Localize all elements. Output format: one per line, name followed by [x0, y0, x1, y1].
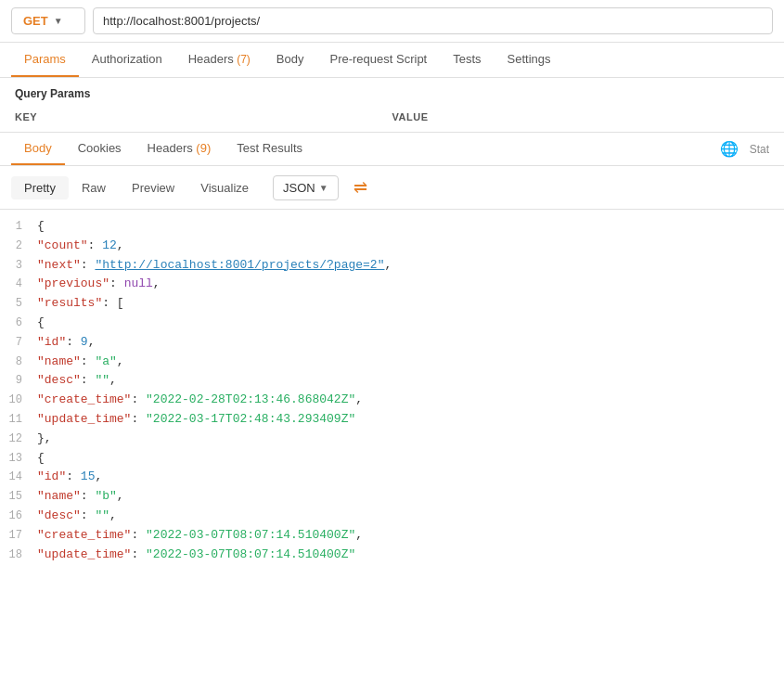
line-number: 4: [4, 275, 37, 293]
json-line: 11 "update_time": "2022-03-17T02:48:43.2…: [0, 410, 784, 430]
line-content: },: [37, 430, 780, 449]
json-line: 18 "update_time": "2022-03-07T08:07:14.5…: [0, 546, 784, 565]
tab-headers[interactable]: Headers (7): [175, 43, 263, 77]
format-toolbar: Pretty Raw Preview Visualize JSON ▼ ⇌: [0, 166, 784, 210]
line-number: 11: [4, 410, 37, 429]
format-type-select[interactable]: JSON ▼: [273, 175, 339, 200]
response-tabs-bar: Body Cookies Headers (9) Test Results 🌐 …: [0, 133, 784, 166]
response-tab-body[interactable]: Body: [11, 133, 65, 165]
preview-button[interactable]: Preview: [119, 176, 187, 199]
json-body: 1{2 "count": 12,3 "next": "http://localh…: [0, 210, 784, 572]
line-content: "name": "a",: [37, 353, 780, 372]
method-chevron-icon: ▼: [54, 16, 63, 26]
json-line: 13 {: [0, 449, 784, 469]
line-number: 2: [4, 237, 37, 255]
line-number: 6: [4, 314, 37, 332]
line-content: "id": 9,: [37, 333, 780, 353]
format-type-label: JSON: [283, 181, 315, 195]
line-content: {: [37, 217, 780, 237]
pretty-button[interactable]: Pretty: [11, 176, 69, 199]
line-number: 9: [4, 371, 37, 390]
json-line: 17 "create_time": "2022-03-07T08:07:14.5…: [0, 526, 784, 546]
line-number: 18: [4, 546, 37, 564]
json-line: 16 "desc": "",: [0, 507, 784, 526]
line-content: "create_time": "2022-03-07T08:07:14.5104…: [37, 526, 780, 546]
query-params-section: Query Params KEY VALUE: [0, 78, 784, 133]
value-column-header: VALUE: [392, 111, 770, 122]
line-content: "results": [: [37, 294, 780, 314]
tab-prerequest[interactable]: Pre-request Script: [316, 43, 440, 77]
json-line: 1{: [0, 217, 784, 237]
line-number: 16: [4, 507, 37, 525]
visualize-button[interactable]: Visualize: [187, 176, 262, 199]
method-dropdown[interactable]: GET ▼: [11, 7, 85, 34]
stat-text: Stat: [746, 137, 773, 161]
globe-icon[interactable]: 🌐: [713, 135, 746, 163]
line-number: 17: [4, 526, 37, 545]
json-line: 7 "id": 9,: [0, 333, 784, 353]
tab-params[interactable]: Params: [11, 43, 79, 77]
response-tab-test-results[interactable]: Test Results: [224, 133, 315, 165]
json-line: 14 "id": 15,: [0, 468, 784, 487]
json-line: 9 "desc": "",: [0, 371, 784, 391]
line-content: "desc": "",: [37, 371, 780, 391]
line-content: "update_time": "2022-03-17T02:48:43.2934…: [37, 410, 780, 430]
format-type-chevron-icon: ▼: [319, 183, 328, 193]
line-number: 14: [4, 468, 37, 486]
line-number: 15: [4, 487, 37, 506]
query-params-label: Query Params: [15, 87, 769, 100]
line-content: "next": "http://localhost:8001/projects/…: [37, 256, 780, 276]
line-number: 3: [4, 256, 37, 275]
json-line: 10 "create_time": "2022-02-28T02:13:46.8…: [0, 391, 784, 410]
line-content: "name": "b",: [37, 487, 780, 507]
wrap-button[interactable]: ⇌: [346, 174, 375, 201]
line-content: "previous": null,: [37, 275, 780, 294]
response-tab-headers[interactable]: Headers (9): [135, 133, 225, 165]
key-column-header: KEY: [15, 111, 392, 122]
line-number: 5: [4, 294, 37, 313]
method-label: GET: [23, 14, 48, 28]
request-tabs: Params Authorization Headers (7) Body Pr…: [0, 43, 784, 78]
line-number: 12: [4, 430, 37, 448]
json-line: 3 "next": "http://localhost:8001/project…: [0, 256, 784, 276]
params-table-header: KEY VALUE: [15, 108, 769, 126]
line-content: "create_time": "2022-02-28T02:13:46.8680…: [37, 391, 780, 410]
line-content: "desc": "",: [37, 507, 780, 526]
line-number: 8: [4, 353, 37, 371]
response-tab-cookies[interactable]: Cookies: [65, 133, 135, 165]
url-bar: GET ▼: [0, 0, 784, 43]
json-line: 5 "results": [: [0, 294, 784, 314]
tab-body[interactable]: Body: [263, 43, 317, 77]
line-number: 1: [4, 217, 37, 236]
line-content: {: [37, 449, 780, 469]
line-number: 13: [4, 449, 37, 468]
line-number: 10: [4, 391, 37, 409]
line-content: {: [37, 314, 780, 333]
line-content: "update_time": "2022-03-07T08:07:14.5104…: [37, 546, 780, 565]
json-line: 12 },: [0, 430, 784, 449]
json-line: 15 "name": "b",: [0, 487, 784, 507]
line-number: 7: [4, 333, 37, 352]
json-line: 8 "name": "a",: [0, 353, 784, 372]
line-content: "id": 15,: [37, 468, 780, 487]
tab-tests[interactable]: Tests: [440, 43, 494, 77]
json-line: 2 "count": 12,: [0, 237, 784, 256]
tab-settings[interactable]: Settings: [495, 43, 564, 77]
url-input[interactable]: [93, 7, 773, 34]
json-line: 6 {: [0, 314, 784, 333]
json-line: 4 "previous": null,: [0, 275, 784, 294]
tab-authorization[interactable]: Authorization: [79, 43, 175, 77]
raw-button[interactable]: Raw: [69, 176, 119, 199]
line-content: "count": 12,: [37, 237, 780, 256]
